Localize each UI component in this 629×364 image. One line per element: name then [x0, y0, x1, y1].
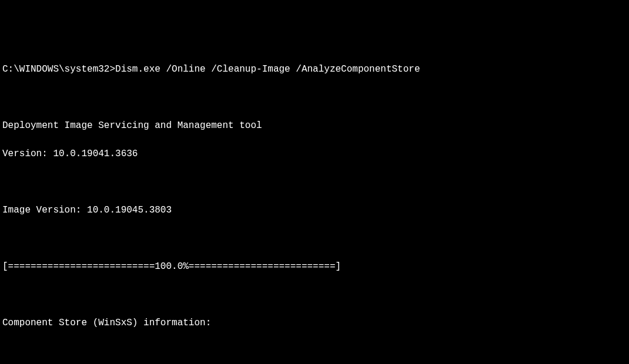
tool-name: Deployment Image Servicing and Managemen…	[2, 119, 627, 133]
command-text: Dism.exe /Online /Cleanup-Image /Analyze…	[115, 64, 420, 75]
tool-version-line: Version: 10.0.19041.3636	[2, 147, 627, 161]
image-version-line: Image Version: 10.0.19045.3803	[2, 203, 627, 217]
version-label: Version:	[2, 149, 53, 159]
image-version-value: 10.0.19045.3803	[87, 205, 172, 215]
version-value: 10.0.19041.3636	[53, 149, 138, 159]
progress-bar: [==========================100.0%=======…	[2, 259, 627, 274]
image-version-label: Image Version:	[2, 205, 87, 215]
blank-line	[2, 175, 627, 189]
prompt-path: C:\WINDOWS\system32>	[2, 64, 115, 75]
blank-line	[2, 231, 627, 245]
component-store-header: Component Store (WinSxS) information:	[2, 316, 627, 330]
blank-line	[2, 344, 627, 358]
blank-line	[2, 90, 627, 105]
blank-line	[2, 288, 627, 302]
command-prompt-line[interactable]: C:\WINDOWS\system32>Dism.exe /Online /Cl…	[2, 62, 627, 76]
